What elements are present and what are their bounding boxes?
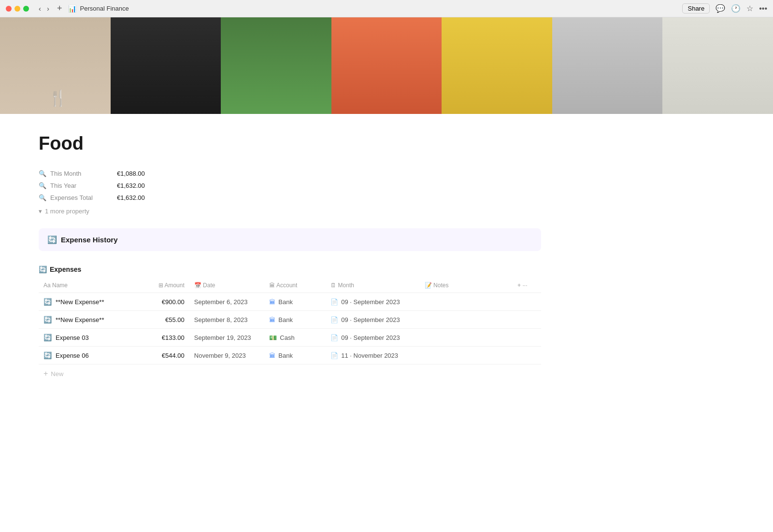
cell-notes-2[interactable] (420, 329, 513, 347)
search-icon-1: 🔍 (39, 170, 46, 177)
cell-date-0[interactable]: September 6, 2023 (189, 293, 265, 311)
expense-row-icon: 🔄 (43, 298, 52, 306)
expense-row-icon: 🔄 (43, 316, 52, 323)
expenses-title-row: 🔄 Expenses (39, 261, 541, 276)
notes-header-icon: 📝 (425, 282, 432, 289)
cell-actions-3 (513, 347, 541, 364)
expense-history-title: 🔄 Expense History (47, 235, 532, 244)
table-row: 🔄 Expense 06 €544.00 November 9, 2023 🏛 … (39, 347, 541, 364)
col-header-account[interactable]: 🏛 Account (264, 278, 326, 293)
cell-notes-3[interactable] (420, 347, 513, 364)
col-header-notes[interactable]: 📝 Notes (420, 278, 513, 293)
month-doc-icon: 📄 (330, 316, 338, 323)
col-header-amount[interactable]: ⊞ Amount (132, 278, 189, 293)
star-icon[interactable]: ☆ (746, 4, 753, 13)
add-col-icon[interactable]: + (517, 282, 521, 289)
expense-history-section: 🔄 Expense History (39, 228, 541, 251)
cell-account-0[interactable]: 🏛 Bank (264, 293, 326, 311)
cell-month-2[interactable]: 📄 09 · September 2023 (326, 329, 419, 347)
col-header-name[interactable]: Aa Name (39, 278, 132, 293)
account-icon: 🏛 (269, 298, 275, 306)
titlebar: ‹ › + 📊 Personal Finance Share 💬 🕐 ☆ ••• (0, 0, 773, 17)
expense-name-text: **New Expense** (56, 298, 104, 306)
add-new-label: New (51, 370, 63, 378)
minimize-button[interactable] (14, 6, 20, 12)
cell-name-3[interactable]: 🔄 Expense 06 (39, 347, 132, 364)
hero-image: 🍴 (0, 17, 773, 114)
cell-date-3[interactable]: November 9, 2023 (189, 347, 265, 364)
more-property-toggle[interactable]: ▾ 1 more property (39, 206, 541, 217)
table-header-row: Aa Name ⊞ Amount 📅 Date 🏛 Account (39, 278, 541, 293)
back-button[interactable]: ‹ (37, 3, 43, 14)
name-header-icon: Aa (43, 282, 51, 289)
expenses-total-value[interactable]: €1,632.00 (117, 194, 145, 201)
hero-segment-5 (442, 17, 552, 114)
comment-icon[interactable]: 💬 (716, 4, 725, 13)
expenses-icon: 🔄 (39, 266, 47, 273)
table-row: 🔄 Expense 03 €133.00 September 19, 2023 … (39, 329, 541, 347)
titlebar-right: Share 💬 🕐 ☆ ••• (682, 3, 767, 14)
cell-actions-2 (513, 329, 541, 347)
col-header-actions: + ··· (513, 278, 541, 293)
this-year-value[interactable]: €1,632.00 (117, 182, 145, 189)
col-header-date[interactable]: 📅 Date (189, 278, 265, 293)
cell-amount-1[interactable]: €55.00 (132, 311, 189, 329)
cell-amount-3[interactable]: €544.00 (132, 347, 189, 364)
month-header-icon: 🗓 (330, 282, 336, 289)
cell-actions-1 (513, 311, 541, 329)
close-button[interactable] (6, 6, 12, 12)
account-name: Bank (278, 316, 293, 323)
cell-amount-2[interactable]: €133.00 (132, 329, 189, 347)
cell-date-1[interactable]: September 8, 2023 (189, 311, 265, 329)
hero-segment-2 (111, 17, 221, 114)
cell-account-1[interactable]: 🏛 Bank (264, 311, 326, 329)
traffic-lights (6, 6, 29, 12)
cell-month-1[interactable]: 📄 09 · September 2023 (326, 311, 419, 329)
expenses-total-label: Expenses Total (50, 194, 113, 201)
add-new-row[interactable]: + New (39, 364, 541, 383)
more-col-icon[interactable]: ··· (522, 282, 527, 289)
search-icon-3: 🔍 (39, 194, 46, 201)
properties-section: 🔍 This Month €1,088.00 🔍 This Year €1,63… (39, 168, 541, 217)
history-icon[interactable]: 🕐 (731, 4, 741, 13)
cell-account-3[interactable]: 🏛 Bank (264, 347, 326, 364)
cell-notes-0[interactable] (420, 293, 513, 311)
cell-name-1[interactable]: 🔄 **New Expense** (39, 311, 132, 329)
forward-button[interactable]: › (45, 3, 51, 14)
amount-header-icon: ⊞ (158, 282, 163, 289)
cell-date-2[interactable]: September 19, 2023 (189, 329, 265, 347)
property-expenses-total: 🔍 Expenses Total €1,632.00 (39, 192, 541, 204)
maximize-button[interactable] (23, 6, 29, 12)
account-name: Bank (278, 352, 293, 359)
expense-name-text: Expense 06 (56, 352, 89, 359)
cell-notes-1[interactable] (420, 311, 513, 329)
cell-amount-0[interactable]: €900.00 (132, 293, 189, 311)
more-options-icon[interactable]: ••• (759, 4, 767, 13)
account-icon: 💵 (269, 334, 277, 341)
new-page-button[interactable]: + (55, 2, 64, 14)
this-month-value[interactable]: €1,088.00 (117, 170, 145, 177)
hero-segment-7 (662, 17, 773, 114)
table-row: 🔄 **New Expense** €900.00 September 6, 2… (39, 293, 541, 311)
cell-actions-0 (513, 293, 541, 311)
fork-knife-icon: 🍴 (48, 89, 68, 107)
cell-month-3[interactable]: 📄 11 · November 2023 (326, 347, 419, 364)
expense-history-label: Expense History (61, 236, 118, 244)
cell-name-0[interactable]: 🔄 **New Expense** (39, 293, 132, 311)
this-month-label: This Month (50, 170, 113, 177)
expenses-title: 🔄 Expenses (39, 266, 81, 273)
cell-month-0[interactable]: 📄 09 · September 2023 (326, 293, 419, 311)
hero-segment-3 (221, 17, 331, 114)
chevron-down-icon: ▾ (39, 208, 42, 215)
account-icon: 🏛 (269, 316, 275, 323)
nav-icons: ‹ › (37, 3, 51, 14)
expense-row-icon: 🔄 (43, 334, 52, 341)
cell-name-2[interactable]: 🔄 Expense 03 (39, 329, 132, 347)
col-header-month[interactable]: 🗓 Month (326, 278, 419, 293)
share-button[interactable]: Share (682, 3, 710, 14)
account-header-icon: 🏛 (269, 282, 275, 289)
month-value: 09 · September 2023 (341, 334, 400, 341)
property-this-year: 🔍 This Year €1,632.00 (39, 180, 541, 192)
month-doc-icon: 📄 (330, 298, 338, 306)
cell-account-2[interactable]: 💵 Cash (264, 329, 326, 347)
